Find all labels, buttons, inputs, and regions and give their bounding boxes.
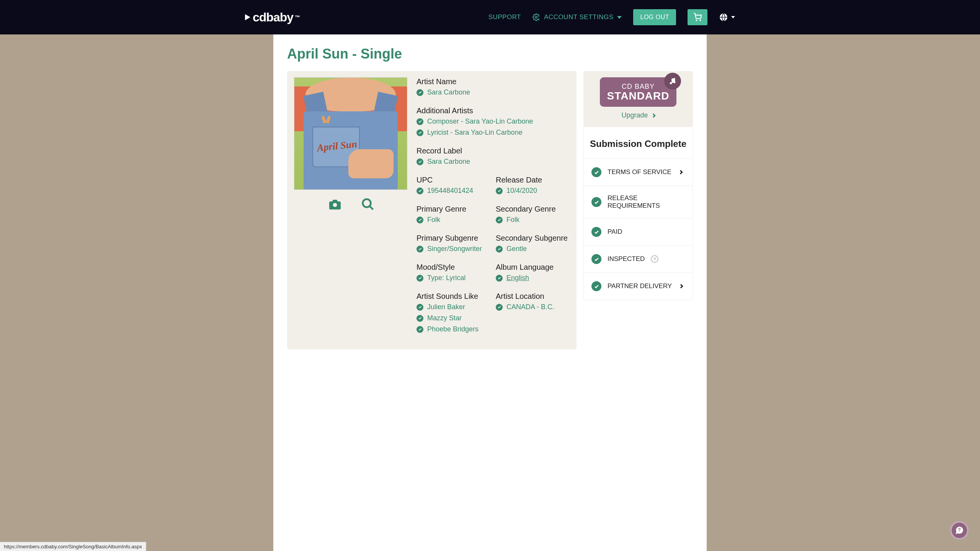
check-icon <box>416 129 423 136</box>
check-icon <box>496 187 503 194</box>
field-artist-name: Artist Name Sara Carbone <box>416 77 570 99</box>
zoom-artwork-button[interactable] <box>361 197 375 211</box>
field-album-language: Album Language English <box>496 263 570 285</box>
chevron-down-icon <box>617 16 622 19</box>
release-details: Artist Name Sara Carbone Additional Arti… <box>416 77 570 343</box>
tier-badge: CD BABY STANDARD <box>600 77 676 107</box>
value-sounds-like-2[interactable]: Phoebe Bridgers <box>416 325 490 333</box>
trademark: ™ <box>295 14 300 20</box>
page-title: April Sun - Single <box>287 46 693 62</box>
field-additional-artists: Additional Artists Composer - Sara Yao-L… <box>416 106 570 140</box>
svg-point-5 <box>363 199 371 207</box>
field-secondary-genre: Secondary Genre Folk <box>496 205 570 227</box>
value-mood-style[interactable]: Type: Lyrical <box>416 274 490 282</box>
value-artist-location[interactable]: CANADA - B.C. <box>496 303 570 311</box>
field-record-label: Record Label Sara Carbone <box>416 147 570 169</box>
check-icon <box>496 304 503 311</box>
check-icon <box>591 227 601 237</box>
help-fab-button[interactable]: ? <box>950 521 969 540</box>
svg-point-2 <box>700 20 701 21</box>
chevron-right-icon <box>651 113 655 117</box>
check-icon <box>496 217 503 223</box>
svg-text:?: ? <box>958 527 961 533</box>
svg-point-6 <box>670 82 672 85</box>
value-primary-subgenre[interactable]: Singer/Songwriter <box>416 245 490 253</box>
cart-button[interactable] <box>688 9 707 25</box>
chevron-down-icon <box>731 16 735 18</box>
language-selector[interactable] <box>719 13 735 22</box>
upgrade-link[interactable]: Upgrade <box>621 111 655 119</box>
account-settings-link[interactable]: ACCOUNT SETTINGS <box>532 13 622 21</box>
value-artist-name[interactable]: Sara Carbone <box>416 88 570 96</box>
check-icon <box>496 275 503 282</box>
value-additional-artist-1[interactable]: Lyricist - Sara Yao-Lin Carbone <box>416 129 570 137</box>
checklist-terms-of-service[interactable]: TERMS OF SERVICE <box>584 158 693 186</box>
field-secondary-subgenre: Secondary Subgenre Gentle <box>496 234 570 256</box>
check-icon <box>591 197 601 207</box>
check-icon <box>416 158 423 165</box>
artwork-column: April Sun <box>294 77 409 343</box>
value-secondary-subgenre[interactable]: Gentle <box>496 245 570 253</box>
app-header: cdbaby ™ SUPPORT ACCOUNT SETTINGS LOG OU… <box>0 0 980 34</box>
value-record-label[interactable]: Sara Carbone <box>416 158 570 166</box>
checklist-paid[interactable]: PAID <box>584 218 693 245</box>
field-primary-subgenre: Primary Subgenre Singer/Songwriter <box>416 234 490 256</box>
brand-logo[interactable]: cdbaby ™ <box>245 10 300 24</box>
field-upc: UPC 195448401424 <box>416 176 490 198</box>
checklist-inspected[interactable]: INSPECTED ? <box>584 245 693 272</box>
checklist-release-requirements[interactable]: RELEASE REQUIREMENTS <box>584 186 693 218</box>
value-secondary-genre[interactable]: Folk <box>496 216 570 224</box>
upload-artwork-button[interactable] <box>328 197 342 211</box>
camera-icon <box>328 197 342 211</box>
field-artist-sounds-like: Artist Sounds Like Julien Baker Mazzy St… <box>416 292 490 336</box>
gear-icon <box>532 13 540 21</box>
search-icon <box>361 197 375 211</box>
check-icon <box>416 326 423 333</box>
value-release-date[interactable]: 10/4/2020 <box>496 187 570 195</box>
value-sounds-like-0[interactable]: Julien Baker <box>416 303 490 311</box>
value-upc[interactable]: 195448401424 <box>416 187 490 195</box>
check-icon <box>496 246 503 253</box>
header-nav: SUPPORT ACCOUNT SETTINGS LOG OUT <box>488 9 735 25</box>
svg-point-0 <box>536 16 537 18</box>
album-artwork[interactable]: April Sun <box>294 77 407 190</box>
submission-panel: Submission Complete TERMS OF SERVICE REL… <box>583 127 693 300</box>
chevron-right-icon <box>678 170 683 174</box>
check-icon <box>591 281 601 291</box>
chat-help-icon: ? <box>954 525 964 535</box>
music-note-icon <box>664 73 681 90</box>
field-primary-genre: Primary Genre Folk <box>416 205 490 227</box>
status-bar-url: https://members.cdbaby.com/SingleSong/Ba… <box>0 542 146 551</box>
check-icon <box>416 217 423 223</box>
value-album-language[interactable]: English <box>496 274 570 282</box>
check-icon <box>416 246 423 253</box>
play-icon <box>245 14 250 20</box>
check-icon <box>591 254 601 264</box>
globe-icon <box>719 13 728 22</box>
check-icon <box>416 187 423 194</box>
check-icon <box>416 275 423 282</box>
chevron-right-icon <box>679 284 683 288</box>
brand-text: cdbaby <box>253 10 293 24</box>
check-icon <box>416 304 423 311</box>
release-panel: April Sun Artist Name Sara Carbone <box>287 71 577 349</box>
check-icon <box>591 167 601 177</box>
svg-point-4 <box>333 203 337 207</box>
help-icon[interactable]: ? <box>651 255 658 263</box>
main-container: April Sun - Single April Sun <box>273 34 707 551</box>
value-additional-artist-0[interactable]: Composer - Sara Yao-Lin Carbone <box>416 117 570 126</box>
checklist-partner-delivery[interactable]: PARTNER DELIVERY <box>584 272 693 300</box>
svg-point-7 <box>673 81 675 83</box>
value-primary-genre[interactable]: Folk <box>416 216 490 224</box>
field-artist-location: Artist Location CANADA - B.C. <box>496 292 570 336</box>
check-icon <box>416 89 423 96</box>
value-sounds-like-1[interactable]: Mazzy Star <box>416 314 490 322</box>
submission-title: Submission Complete <box>584 127 693 158</box>
sidebar: CD BABY STANDARD Upgrade Submission Comp… <box>583 71 693 349</box>
upgrade-box: CD BABY STANDARD Upgrade <box>583 71 693 127</box>
support-link[interactable]: SUPPORT <box>488 13 521 21</box>
cart-icon <box>693 13 702 21</box>
field-release-date: Release Date 10/4/2020 <box>496 176 570 198</box>
log-out-button[interactable]: LOG OUT <box>633 9 676 25</box>
field-mood-style: Mood/Style Type: Lyrical <box>416 263 490 285</box>
